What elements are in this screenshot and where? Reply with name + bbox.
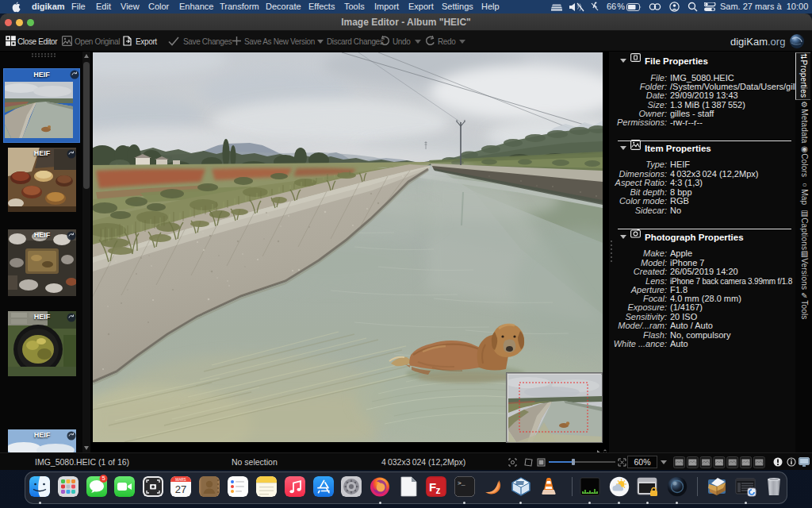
svg-text:>_: >_ [458,479,465,487]
svg-text:MARS: MARS [175,478,186,482]
svg-text:5: 5 [102,475,105,482]
svg-text:z: z [435,485,440,496]
svg-text:27: 27 [175,483,186,495]
